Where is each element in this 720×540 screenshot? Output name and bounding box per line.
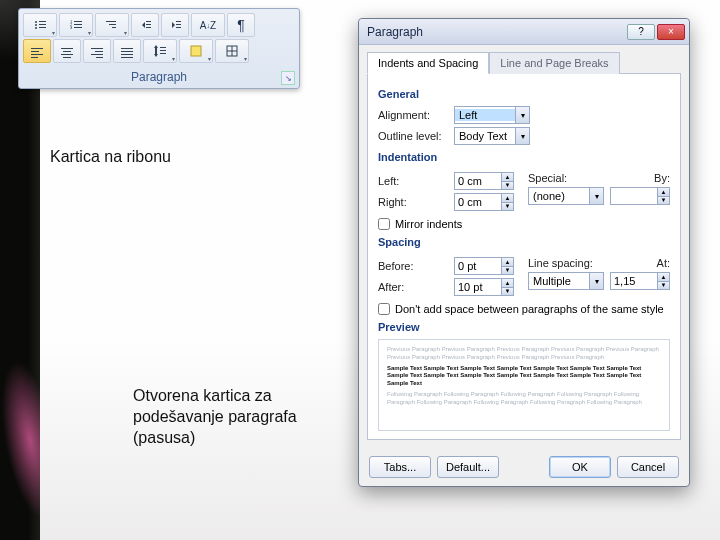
- spin-up-icon[interactable]: ▲: [501, 279, 513, 288]
- special-value: (none): [529, 190, 589, 202]
- shading-button[interactable]: ▾: [179, 39, 213, 63]
- indent-right-value[interactable]: [455, 194, 501, 210]
- svg-rect-24: [155, 48, 157, 54]
- help-button[interactable]: ?: [627, 24, 655, 40]
- numbering-button[interactable]: 123▾: [59, 13, 93, 37]
- label-alignment: Alignment:: [378, 109, 448, 121]
- dropdown-arrow-icon: ▾: [244, 55, 247, 62]
- increase-indent-button[interactable]: [161, 13, 189, 37]
- label-before: Before:: [378, 260, 448, 272]
- svg-rect-27: [160, 50, 166, 51]
- outline-level-select[interactable]: Body Text▾: [454, 127, 530, 145]
- spin-up-icon[interactable]: ▲: [657, 273, 669, 282]
- dialog-title: Paragraph: [367, 25, 625, 39]
- svg-point-0: [35, 21, 37, 23]
- at-input[interactable]: ▲▼: [610, 272, 670, 290]
- spin-up-icon[interactable]: ▲: [501, 258, 513, 267]
- dialog-launcher-button[interactable]: ↘: [281, 71, 295, 85]
- spin-down-icon[interactable]: ▼: [501, 288, 513, 296]
- spin-down-icon[interactable]: ▼: [501, 267, 513, 275]
- svg-rect-13: [109, 24, 116, 25]
- no-space-checkbox[interactable]: Don't add space between paragraphs of th…: [378, 303, 670, 315]
- caption-ribbon: Kartica na ribonu: [50, 148, 171, 166]
- dialog-tabs: Indents and Spacing Line and Page Breaks: [359, 45, 689, 73]
- svg-point-4: [35, 27, 37, 29]
- svg-rect-28: [160, 53, 166, 54]
- line-spacing-button[interactable]: ▾: [143, 39, 177, 63]
- ribbon-row-2: ▾ ▾ ▾: [23, 39, 295, 63]
- outline-value: Body Text: [455, 130, 515, 142]
- svg-marker-23: [154, 45, 158, 48]
- align-center-button[interactable]: [53, 39, 81, 63]
- mirror-indents-checkbox[interactable]: Mirror indents: [378, 218, 670, 230]
- label-left: Left:: [378, 175, 448, 187]
- tabs-button[interactable]: Tabs...: [369, 456, 431, 478]
- after-value[interactable]: [455, 279, 501, 295]
- label-right: Right:: [378, 196, 448, 208]
- tab-indents-spacing[interactable]: Indents and Spacing: [367, 52, 489, 74]
- before-input[interactable]: ▲▼: [454, 257, 514, 275]
- by-value[interactable]: [611, 188, 657, 204]
- svg-rect-1: [39, 21, 46, 22]
- align-right-button[interactable]: [83, 39, 111, 63]
- svg-marker-15: [142, 22, 145, 28]
- svg-rect-18: [146, 27, 151, 28]
- alignment-select[interactable]: Left▾: [454, 106, 530, 124]
- label-after: After:: [378, 281, 448, 293]
- svg-rect-21: [176, 24, 181, 25]
- chevron-down-icon: ▾: [515, 107, 529, 123]
- ribbon-group-title: Paragraph ↘: [19, 67, 299, 88]
- indent-right-input[interactable]: ▲▼: [454, 193, 514, 211]
- svg-rect-14: [112, 27, 116, 28]
- before-value[interactable]: [455, 258, 501, 274]
- borders-button[interactable]: ▾: [215, 39, 249, 63]
- show-hide-pilcrow-button[interactable]: ¶: [227, 13, 255, 37]
- align-left-button[interactable]: [23, 39, 51, 63]
- spin-up-icon[interactable]: ▲: [657, 188, 669, 197]
- dropdown-arrow-icon: ▾: [208, 55, 211, 62]
- svg-rect-11: [74, 27, 82, 28]
- indent-left-input[interactable]: ▲▼: [454, 172, 514, 190]
- after-input[interactable]: ▲▼: [454, 278, 514, 296]
- default-button[interactable]: Default...: [437, 456, 499, 478]
- spin-up-icon[interactable]: ▲: [501, 173, 513, 182]
- dropdown-arrow-icon: ▾: [52, 29, 55, 36]
- indent-left-value[interactable]: [455, 173, 501, 189]
- spin-up-icon[interactable]: ▲: [501, 194, 513, 203]
- dropdown-arrow-icon: ▾: [172, 55, 175, 62]
- svg-rect-20: [176, 21, 181, 22]
- spin-down-icon[interactable]: ▼: [657, 282, 669, 290]
- sort-button[interactable]: A↓Z: [191, 13, 225, 37]
- label-at: At:: [657, 257, 670, 269]
- tab-line-page-breaks[interactable]: Line and Page Breaks: [489, 52, 619, 74]
- dialog-button-bar: Tabs... Default... OK Cancel: [359, 448, 689, 486]
- svg-rect-9: [74, 24, 82, 25]
- no-space-input[interactable]: [378, 303, 390, 315]
- bullets-button[interactable]: ▾: [23, 13, 57, 37]
- close-button[interactable]: ×: [657, 24, 685, 40]
- chevron-down-icon: ▾: [515, 128, 529, 144]
- spin-down-icon[interactable]: ▼: [501, 182, 513, 190]
- multilevel-list-button[interactable]: ▾: [95, 13, 129, 37]
- special-select[interactable]: (none)▾: [528, 187, 604, 205]
- dropdown-arrow-icon: ▾: [124, 29, 127, 36]
- decrease-indent-button[interactable]: [131, 13, 159, 37]
- mirror-indents-input[interactable]: [378, 218, 390, 230]
- caption-dialog: Otvorena kartica za podešavanje paragraf…: [133, 386, 343, 448]
- section-spacing: Spacing: [378, 236, 670, 248]
- preview-box: Previous Paragraph Previous Paragraph Pr…: [378, 339, 670, 431]
- ribbon-paragraph-group: ▾ 123▾ ▾ A↓Z ¶ ▾ ▾ ▾ Paragraph ↘: [18, 8, 300, 89]
- alignment-value: Left: [455, 109, 515, 121]
- svg-rect-17: [146, 24, 151, 25]
- by-input[interactable]: ▲▼: [610, 187, 670, 205]
- at-value[interactable]: [611, 273, 657, 289]
- mirror-indents-label: Mirror indents: [395, 218, 462, 230]
- spin-down-icon[interactable]: ▼: [501, 203, 513, 211]
- paragraph-dialog: Paragraph ? × Indents and Spacing Line a…: [358, 18, 690, 487]
- linespacing-select[interactable]: Multiple▾: [528, 272, 604, 290]
- ok-button[interactable]: OK: [549, 456, 611, 478]
- cancel-button[interactable]: Cancel: [617, 456, 679, 478]
- section-preview: Preview: [378, 321, 670, 333]
- spin-down-icon[interactable]: ▼: [657, 197, 669, 205]
- justify-button[interactable]: [113, 39, 141, 63]
